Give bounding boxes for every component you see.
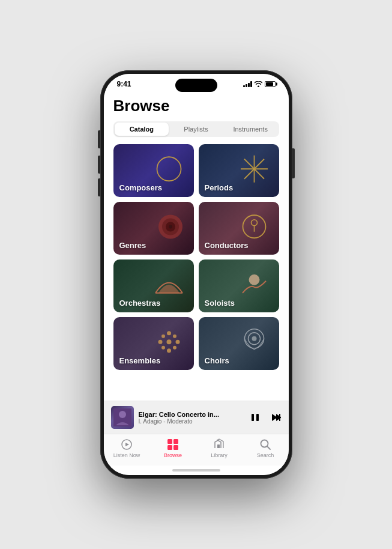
svg-rect-38 (173, 445, 178, 450)
library-nav-label: Library (211, 452, 228, 458)
conductors-icon (238, 210, 271, 243)
listen-now-label: Listen Now (113, 452, 140, 458)
soloists-label: Soloists (205, 299, 235, 308)
nav-library[interactable]: Library (196, 438, 243, 458)
browse-icon (166, 438, 179, 451)
status-bar: 9:41 (104, 74, 289, 91)
ensembles-icon (152, 326, 185, 359)
tab-switcher: Catalog Playlists Instruments (113, 121, 279, 137)
status-icons (243, 81, 276, 87)
svg-point-22 (173, 335, 176, 338)
choirs-icon (238, 326, 271, 359)
svg-point-19 (161, 335, 165, 338)
svg-point-13 (249, 274, 259, 285)
browse-nav-label: Browse (164, 452, 182, 458)
nav-search[interactable]: Search (243, 438, 289, 458)
home-bar (172, 469, 220, 472)
pause-icon (250, 412, 261, 423)
grid-item-genres[interactable]: Genres (113, 202, 194, 255)
svg-point-21 (161, 346, 165, 350)
grid-item-soloists[interactable]: Soloists (199, 259, 279, 312)
svg-rect-37 (167, 445, 172, 450)
svg-point-25 (252, 336, 256, 341)
tab-playlists[interactable]: Playlists (169, 123, 223, 136)
bottom-nav: Listen Now Browse (104, 434, 289, 466)
periods-label: Periods (205, 183, 234, 192)
svg-point-0 (157, 157, 181, 181)
status-time: 9:41 (117, 80, 131, 88)
page-title: Browse (113, 97, 279, 115)
svg-rect-28 (252, 414, 254, 421)
mini-player-controls (249, 411, 282, 423)
mini-player-subtitle: I. Adagio - Moderato (139, 418, 244, 425)
mini-player[interactable]: Elgar: Cello Concerto in... I. Adagio - … (104, 401, 289, 434)
svg-rect-39 (217, 444, 220, 448)
grid-item-periods[interactable]: Periods (199, 144, 279, 197)
orchestras-label: Orchestras (119, 299, 161, 308)
grid-item-ensembles[interactable]: Ensembles (113, 317, 194, 370)
phone-frame: 9:41 Browse Catalog (100, 70, 292, 479)
svg-rect-35 (167, 439, 172, 444)
soloists-icon (238, 268, 271, 301)
conductors-label: Conductors (205, 241, 249, 250)
nav-listen-now[interactable]: Listen Now (104, 438, 150, 458)
svg-rect-36 (173, 439, 178, 444)
svg-point-17 (158, 340, 162, 344)
listen-now-icon (120, 438, 133, 451)
skip-forward-icon (270, 412, 281, 423)
wifi-icon (255, 81, 262, 87)
main-content: Browse Catalog Playlists Instruments Com… (104, 91, 289, 401)
svg-point-16 (167, 348, 171, 353)
browse-grid: Composers Periods (113, 144, 279, 370)
svg-point-14 (166, 339, 171, 344)
svg-point-8 (169, 225, 172, 229)
tab-catalog[interactable]: Catalog (115, 123, 169, 136)
mini-player-title: Elgar: Cello Concerto in... (139, 411, 244, 418)
svg-line-41 (267, 446, 270, 449)
battery-icon (265, 81, 276, 87)
search-nav-label: Search (257, 452, 274, 458)
artwork-image (113, 408, 131, 426)
library-icon (213, 438, 226, 451)
svg-point-15 (167, 331, 171, 335)
genres-label: Genres (119, 241, 146, 250)
svg-point-18 (175, 340, 179, 344)
svg-marker-34 (125, 443, 129, 446)
orchestras-icon (152, 268, 185, 301)
next-track-button[interactable] (270, 411, 282, 423)
signal-icon (243, 81, 252, 87)
svg-point-10 (251, 220, 257, 226)
ensembles-label: Ensembles (119, 356, 161, 365)
grid-item-composers[interactable]: Composers (113, 144, 194, 197)
svg-point-20 (173, 346, 176, 350)
svg-point-27 (119, 411, 126, 418)
genres-icon (155, 212, 185, 242)
search-nav-icon (259, 438, 272, 451)
svg-rect-32 (279, 414, 280, 421)
mini-player-info: Elgar: Cello Concerto in... I. Adagio - … (139, 411, 244, 425)
grid-item-choirs[interactable]: Choirs (199, 317, 279, 370)
dynamic-island (175, 79, 217, 92)
periods-icon (238, 153, 271, 186)
grid-item-orchestras[interactable]: Orchestras (113, 259, 194, 312)
phone-screen: 9:41 Browse Catalog (104, 74, 289, 475)
composers-label: Composers (119, 183, 163, 192)
play-pause-button[interactable] (249, 411, 261, 423)
svg-rect-29 (256, 414, 259, 421)
home-indicator (104, 466, 289, 475)
choirs-label: Choirs (205, 356, 229, 365)
grid-item-conductors[interactable]: Conductors (199, 202, 279, 255)
composers-icon (152, 153, 185, 186)
nav-browse[interactable]: Browse (150, 438, 196, 458)
tab-instruments[interactable]: Instruments (223, 123, 278, 136)
mini-player-artwork (111, 406, 134, 429)
